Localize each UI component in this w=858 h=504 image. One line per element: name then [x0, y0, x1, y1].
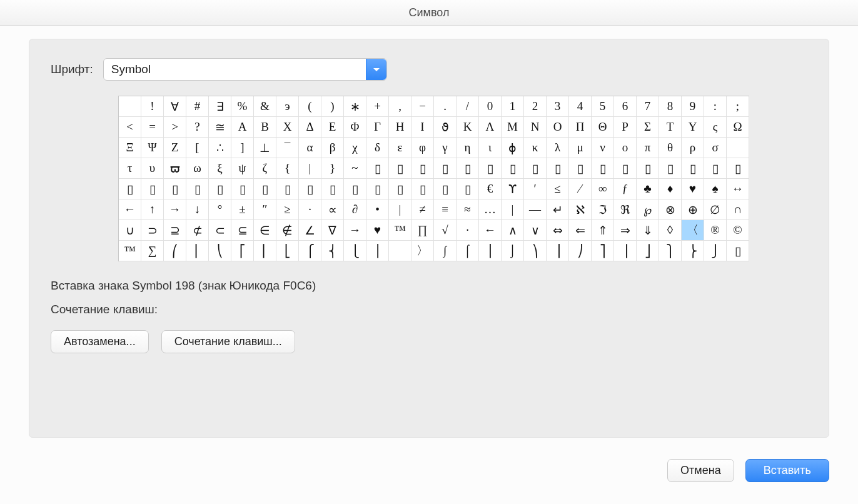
symbol-cell[interactable]: ←	[119, 199, 141, 220]
symbol-cell[interactable]: &	[254, 96, 276, 117]
symbol-cell[interactable]: ℑ	[592, 199, 614, 220]
symbol-cell[interactable]: ⎪	[366, 241, 389, 261]
symbol-cell[interactable]: ↓	[186, 199, 209, 220]
symbol-cell[interactable]: 1	[502, 96, 524, 117]
symbol-cell[interactable]: Ε	[321, 117, 344, 138]
symbol-cell[interactable]: ↑	[141, 199, 164, 220]
symbol-cell[interactable]: 7	[637, 96, 659, 117]
symbol-cell[interactable]: Ψ	[141, 138, 164, 158]
symbol-cell[interactable]: ∴	[209, 138, 231, 158]
symbol-cell[interactable]: ∞	[592, 179, 614, 199]
symbol-cell[interactable]: •	[366, 199, 389, 220]
symbol-cell[interactable]: ⎧	[299, 241, 321, 261]
symbol-cell[interactable]: Β	[254, 117, 276, 138]
symbol-cell[interactable]: λ	[547, 138, 569, 158]
symbol-cell[interactable]: ▯	[614, 158, 637, 179]
symbol-cell[interactable]: Κ	[457, 117, 479, 138]
symbol-cell[interactable]: ⎜	[186, 241, 209, 261]
symbol-cell[interactable]: ϖ	[164, 158, 186, 179]
symbol-cell[interactable]: ↔	[727, 179, 749, 199]
symbol-cell[interactable]: ⇔	[547, 220, 569, 241]
symbol-cell[interactable]: ″	[254, 199, 276, 220]
symbol-cell[interactable]: ▯	[434, 158, 457, 179]
symbol-cell[interactable]: ℜ	[614, 199, 637, 220]
symbol-cell[interactable]: ▯	[164, 179, 186, 199]
symbol-cell[interactable]: ⎭	[704, 241, 727, 261]
symbol-cell[interactable]: ▯	[366, 179, 389, 199]
symbol-cell[interactable]: ▯	[659, 158, 682, 179]
symbol-cell[interactable]: ®	[704, 220, 727, 241]
symbol-cell[interactable]: ™	[389, 220, 411, 241]
symbol-cell[interactable]: α	[299, 138, 321, 158]
symbol-cell[interactable]: (	[299, 96, 321, 117]
symbol-cell[interactable]: ⎤	[592, 241, 614, 261]
symbol-cell[interactable]: ⎮	[479, 241, 502, 261]
symbol-cell[interactable]: ⎟	[547, 241, 569, 261]
symbol-cell[interactable]: ⎬	[682, 241, 704, 261]
symbol-cell[interactable]: ♦	[659, 179, 682, 199]
symbol-cell[interactable]: →	[164, 199, 186, 220]
symbol-grid[interactable]: !∀#∃%&э()∗+,−./0123456789:;<=>?≅ΑΒΧΔΕΦΓΗ…	[118, 96, 749, 261]
symbol-cell[interactable]: !	[141, 96, 164, 117]
symbol-cell[interactable]: ⎫	[659, 241, 682, 261]
symbol-cell[interactable]: ⎠	[569, 241, 592, 261]
symbol-cell[interactable]: 0	[479, 96, 502, 117]
symbol-cell[interactable]: ∀	[164, 96, 186, 117]
symbol-cell[interactable]: э	[276, 96, 299, 117]
symbol-cell[interactable]: −	[411, 96, 434, 117]
symbol-cell[interactable]	[389, 241, 411, 261]
symbol-cell[interactable]: Η	[389, 117, 411, 138]
symbol-cell[interactable]: ⌠	[457, 241, 479, 261]
symbol-cell[interactable]: |	[389, 199, 411, 220]
symbol-cell[interactable]: ·	[457, 220, 479, 241]
symbol-cell[interactable]: ∅	[704, 199, 727, 220]
symbol-cell[interactable]: ⊇	[164, 220, 186, 241]
symbol-cell[interactable]: Ι	[411, 117, 434, 138]
symbol-cell[interactable]: %	[231, 96, 254, 117]
symbol-cell[interactable]: Φ	[344, 117, 366, 138]
symbol-cell[interactable]: ⇑	[592, 220, 614, 241]
symbol-cell[interactable]: ⊄	[186, 220, 209, 241]
symbol-cell[interactable]: ′	[524, 179, 547, 199]
symbol-cell[interactable]: ♥	[682, 179, 704, 199]
symbol-cell[interactable]	[119, 96, 141, 117]
symbol-cell[interactable]: 3	[547, 96, 569, 117]
symbol-cell[interactable]: ▯	[411, 179, 434, 199]
symbol-cell[interactable]: Χ	[276, 117, 299, 138]
symbol-cell[interactable]: ν	[592, 138, 614, 158]
symbol-cell[interactable]: ♣	[637, 179, 659, 199]
symbol-cell[interactable]: ▯	[186, 179, 209, 199]
symbol-cell[interactable]: ℵ	[569, 199, 592, 220]
symbol-cell[interactable]: |	[299, 158, 321, 179]
symbol-cell[interactable]: [	[186, 138, 209, 158]
symbol-cell[interactable]: ¯	[276, 138, 299, 158]
symbol-cell[interactable]: π	[637, 138, 659, 158]
symbol-cell[interactable]: |	[502, 199, 524, 220]
symbol-cell[interactable]: Μ	[502, 117, 524, 138]
symbol-cell[interactable]: 〉	[411, 241, 434, 261]
symbol-cell[interactable]: ∈	[254, 220, 276, 241]
symbol-cell[interactable]: °	[209, 199, 231, 220]
symbol-cell[interactable]: ⎨	[321, 241, 344, 261]
symbol-cell[interactable]: ▯	[682, 158, 704, 179]
symbol-cell[interactable]: ▯	[389, 179, 411, 199]
symbol-cell[interactable]: Υ	[682, 117, 704, 138]
symbol-cell[interactable]: ∝	[321, 199, 344, 220]
symbol-cell[interactable]: ―	[524, 199, 547, 220]
symbol-cell[interactable]: ⎛	[164, 241, 186, 261]
symbol-cell[interactable]: →	[344, 220, 366, 241]
symbol-cell[interactable]: #	[186, 96, 209, 117]
shortcut-button[interactable]: Сочетание клавиш...	[161, 330, 295, 353]
symbol-cell[interactable]: }	[321, 158, 344, 179]
symbol-cell[interactable]: ϒ	[502, 179, 524, 199]
symbol-cell[interactable]: ▯	[704, 158, 727, 179]
symbol-cell[interactable]: Ρ	[614, 117, 637, 138]
symbol-cell[interactable]: γ	[434, 138, 457, 158]
symbol-cell[interactable]: 6	[614, 96, 637, 117]
font-combobox[interactable]: Symbol	[103, 58, 387, 81]
symbol-cell[interactable]: ⎡	[231, 241, 254, 261]
symbol-cell[interactable]: ∪	[119, 220, 141, 241]
symbol-cell[interactable]: ⊃	[141, 220, 164, 241]
symbol-cell[interactable]: ▯	[254, 179, 276, 199]
symbol-cell[interactable]: ⌡	[502, 241, 524, 261]
